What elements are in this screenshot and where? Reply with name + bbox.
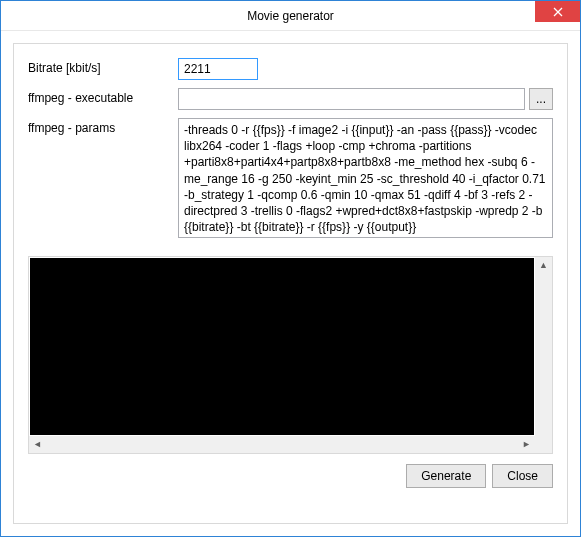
bitrate-input[interactable]	[178, 58, 258, 80]
exec-row: ffmpeg - executable ...	[28, 88, 553, 110]
bitrate-label: Bitrate [kbit/s]	[28, 58, 178, 75]
bitrate-row: Bitrate [kbit/s]	[28, 58, 553, 80]
titlebar: Movie generator	[1, 1, 580, 31]
window: Movie generator Bitrate [kbit/s] ffmpeg …	[0, 0, 581, 537]
exec-label: ffmpeg - executable	[28, 88, 178, 105]
close-icon	[553, 7, 563, 17]
ellipsis-icon: ...	[536, 92, 546, 106]
horizontal-scrollbar[interactable]: ◄ ►	[29, 436, 552, 453]
browse-button[interactable]: ...	[529, 88, 553, 110]
params-row: ffmpeg - params	[28, 118, 553, 238]
scroll-corner	[535, 436, 552, 453]
close-window-button[interactable]	[535, 1, 580, 22]
window-title: Movie generator	[247, 9, 334, 23]
params-textarea[interactable]	[178, 118, 553, 238]
output-viewport	[30, 258, 534, 435]
generate-button-label: Generate	[421, 469, 471, 483]
main-panel: Bitrate [kbit/s] ffmpeg - executable ...…	[13, 43, 568, 524]
generate-button[interactable]: Generate	[406, 464, 486, 488]
output-area: ▲ ◄ ►	[28, 256, 553, 454]
close-button[interactable]: Close	[492, 464, 553, 488]
button-row: Generate Close	[28, 464, 553, 488]
vertical-scrollbar[interactable]: ▲	[535, 257, 552, 436]
exec-input[interactable]	[178, 88, 525, 110]
close-button-label: Close	[507, 469, 538, 483]
scroll-right-icon[interactable]: ►	[518, 436, 535, 453]
scroll-left-icon[interactable]: ◄	[29, 436, 46, 453]
scroll-up-icon[interactable]: ▲	[535, 257, 552, 274]
params-label: ffmpeg - params	[28, 118, 178, 135]
content-area: Bitrate [kbit/s] ffmpeg - executable ...…	[1, 31, 580, 536]
